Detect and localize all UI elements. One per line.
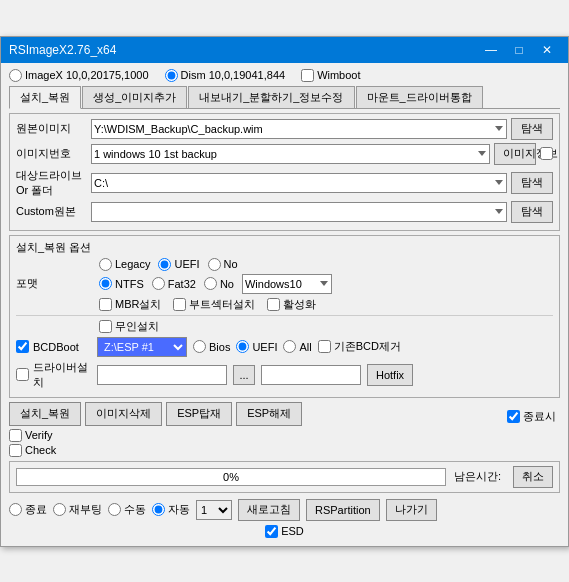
esp-mount-button[interactable]: ESP탑재 (166, 402, 232, 426)
verify-checkbox[interactable] (9, 429, 22, 442)
install-restore-button[interactable]: 설치_복원 (9, 402, 81, 426)
hotfix-button[interactable]: Hotfix (367, 364, 413, 386)
activate-checkbox[interactable] (267, 298, 280, 311)
progress-percent: 0% (223, 471, 239, 483)
bootloader-checkbox[interactable] (173, 298, 186, 311)
manual-radio-item: 수동 (108, 502, 146, 517)
fat32-radio[interactable] (152, 277, 165, 290)
exit-label: 종료 (25, 502, 47, 517)
refresh-button[interactable]: 새로고침 (238, 499, 300, 521)
options-section: 설치_복원 옵션 Legacy UEFI No 포맷 (9, 235, 560, 398)
bootloader-label: 부트섹터설치 (189, 297, 255, 312)
bios-radio[interactable] (193, 340, 206, 353)
uefi-radio[interactable] (158, 258, 171, 271)
dest-label: 대상드라이브Or 폴더 (16, 168, 91, 198)
exit-radio-item: 종료 (9, 502, 47, 517)
no-label: No (224, 258, 238, 270)
custom-label: Custom원본 (16, 204, 91, 219)
form-section: 원본이미지 Y:\WDISM_Backup\C_backup.wim 탐색 이미… (9, 113, 560, 231)
exit-radio[interactable] (9, 503, 22, 516)
rspartition-button[interactable]: RSPartition (306, 499, 380, 521)
ntfs-radio-item: NTFS (99, 277, 144, 290)
uefi-label: UEFI (174, 258, 199, 270)
next-button[interactable]: 나가기 (386, 499, 437, 521)
custom-browse-button[interactable]: 탐색 (511, 201, 553, 223)
no-radio-item: No (208, 258, 238, 271)
ntfs-label: NTFS (115, 278, 144, 290)
auto-radio[interactable] (152, 503, 165, 516)
format-no-label: No (220, 278, 234, 290)
format-no-radio-item: No (204, 277, 234, 290)
reboot-radio[interactable] (53, 503, 66, 516)
dest-select[interactable]: C:\ (91, 173, 507, 193)
delete-image-button[interactable]: 이미지삭제 (85, 402, 162, 426)
esd-checkbox[interactable] (265, 525, 278, 538)
index-select[interactable]: 1 windows 10 1st backup (91, 144, 490, 164)
mbr-checkbox[interactable] (99, 298, 112, 311)
imagex-label: ImageX 10,0,20175,1000 (25, 69, 149, 81)
time-section: 남은시간: (454, 469, 505, 484)
driver-input2[interactable] (261, 365, 361, 385)
all-radio[interactable] (283, 340, 296, 353)
cancel-button[interactable]: 취소 (513, 466, 553, 488)
legacy-radio-item: Legacy (99, 258, 150, 271)
check-checkbox[interactable] (9, 444, 22, 457)
bcd-select[interactable]: Z:\ESP #1 (97, 337, 187, 357)
driver-checkbox[interactable] (16, 368, 29, 381)
tab-export[interactable]: 내보내기_분할하기_정보수정 (188, 86, 354, 108)
reboot-label: 재부팅 (69, 502, 102, 517)
ntfs-radio[interactable] (99, 277, 112, 290)
source-label: 원본이미지 (16, 121, 91, 136)
image-info-checkbox[interactable] (540, 147, 553, 160)
tab-mount-driver[interactable]: 마운트_드라이버통합 (356, 86, 483, 108)
mbr-boot-row: MBR설치 부트섹터설치 활성화 (16, 297, 553, 312)
progress-bar-container: 0% (16, 468, 446, 486)
unattended-row: 무인설치 (16, 319, 553, 334)
no-radio[interactable] (208, 258, 221, 271)
end-display-checkbox[interactable] (507, 410, 520, 423)
uefi2-label: UEFI (252, 341, 277, 353)
default-bcd-label: 기존BCD제거 (334, 339, 401, 354)
mbr-label: MBR설치 (115, 297, 161, 312)
dest-browse-button[interactable]: 탐색 (511, 172, 553, 194)
mode-selection: ImageX 10,0,20175,1000 Dism 10,0,19041,8… (9, 69, 560, 82)
image-info-button[interactable]: 이미지정보 (494, 143, 536, 165)
tab-install-restore[interactable]: 설치_복원 (9, 86, 81, 109)
custom-source-row: Custom원본 탐색 (16, 201, 553, 223)
legacy-radio[interactable] (99, 258, 112, 271)
bcd-checkbox[interactable] (16, 340, 29, 353)
windows-version-select[interactable]: Windows10 (242, 274, 332, 294)
esd-label: ESD (281, 525, 304, 537)
format-no-radio[interactable] (204, 277, 217, 290)
maximize-button[interactable]: □ (506, 41, 532, 59)
manual-radio[interactable] (108, 503, 121, 516)
driver-row: 드라이버설치 ... Hotfix (16, 360, 553, 390)
esp-unmount-button[interactable]: ESP해제 (236, 402, 302, 426)
end-display-label: 종료시 (523, 409, 556, 424)
wimboot-checkbox[interactable] (301, 69, 314, 82)
default-bcd-checkbox[interactable] (318, 340, 331, 353)
quantity-select[interactable]: 1 (196, 500, 232, 520)
window-title: RSImageX2.76_x64 (9, 43, 116, 57)
mbr-checkbox-item: MBR설치 (99, 297, 161, 312)
imagex-radio[interactable] (9, 69, 22, 82)
driver-dots-button[interactable]: ... (233, 365, 255, 385)
source-select[interactable]: Y:\WDISM_Backup\C_backup.wim (91, 119, 507, 139)
minimize-button[interactable]: — (478, 41, 504, 59)
wimboot-label: Wimboot (317, 69, 360, 81)
esd-checkbox-item: ESD (265, 525, 304, 538)
activate-checkbox-item: 활성화 (267, 297, 316, 312)
check-label: Check (25, 444, 56, 456)
tab-create-image[interactable]: 생성_이미지추가 (82, 86, 187, 108)
close-button[interactable]: ✕ (534, 41, 560, 59)
unattended-label: 무인설치 (115, 319, 159, 334)
bcd-label: BCDBoot (33, 341, 79, 353)
unattended-checkbox[interactable] (99, 320, 112, 333)
custom-select[interactable] (91, 202, 507, 222)
driver-input1[interactable] (97, 365, 227, 385)
uefi2-radio[interactable] (236, 340, 249, 353)
options-label: 설치_복원 옵션 (16, 240, 553, 255)
dism-radio[interactable] (165, 69, 178, 82)
bcd-row: BCDBoot Z:\ESP #1 Bios UEFI All (16, 337, 553, 357)
source-browse-button[interactable]: 탐색 (511, 118, 553, 140)
